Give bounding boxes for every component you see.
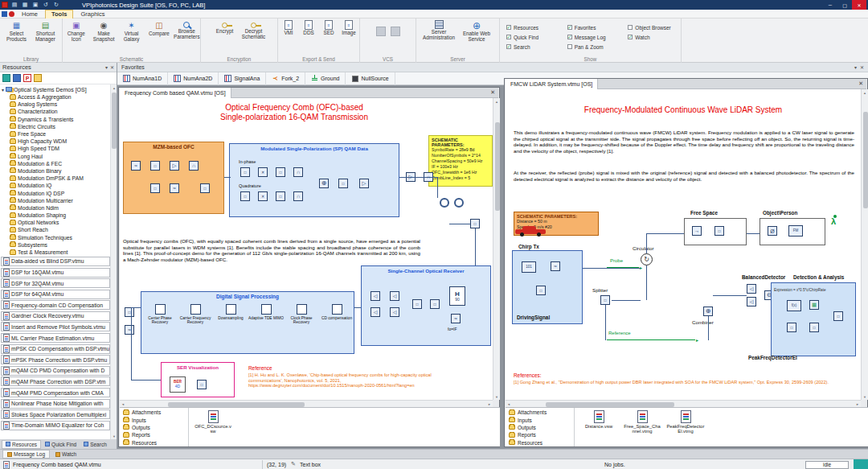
hybrid-90-icon[interactable]: H 90 [449,286,465,306]
tree-folder-item[interactable]: Modulation Multicarrier [0,197,111,204]
fiber-loop-icon[interactable] [440,198,449,208]
close-document-icon[interactable]: ✕ [487,89,498,96]
document-tab[interactable]: Frequency Comb based QAM.vtmu [OS] [120,88,231,98]
show-toggle[interactable]: Search [506,42,558,51]
dsp-block[interactable]: Clock Phase Recovery [284,304,319,325]
menu-tab[interactable]: Tools [45,10,73,19]
tree-folder-item[interactable]: Electric Circuits [0,123,111,130]
tree-folder-item[interactable]: Short Reach [0,226,111,233]
tree-folder-item[interactable]: High Speed TDM [0,145,111,152]
bit-source-icon[interactable]: 101 [522,261,536,273]
photodiode-icon[interactable] [747,284,756,294]
component-icon[interactable] [276,167,285,177]
scroll-up-icon[interactable]: ▲ [862,89,868,96]
tree-folder-item[interactable]: Test & Measurement [0,249,111,256]
tree-file-item[interactable]: DSP for 16QAM.vtmu [0,267,111,278]
component-icon[interactable] [197,380,207,389]
tree-folder-item[interactable]: Modulation IQ [0,182,111,189]
favorite-item[interactable]: NumAna2D [168,72,219,85]
component-icon[interactable] [258,191,268,201]
photodiode-icon[interactable] [390,307,399,317]
component-icon[interactable] [125,325,134,335]
open-icon[interactable]: ▦ [21,1,29,9]
close-icon[interactable]: ✕ [110,64,114,70]
component-icon[interactable] [226,304,236,315]
show-toggle[interactable]: Watch [628,32,679,42]
attachment-folder[interactable]: Resources [506,439,574,446]
scrollbar-thumb[interactable] [863,112,868,208]
menu-tab[interactable]: Home [16,10,43,19]
fiber-loop-icon[interactable] [454,198,464,208]
attachment-folder[interactable]: Reports [120,431,188,438]
ribbon-button[interactable]: Change Icon [63,20,89,43]
quick-launch-icon[interactable] [9,11,14,17]
ribbon-button[interactable]: Compare [145,20,172,43]
close-document-icon[interactable]: ✕ [855,80,866,87]
component-icon[interactable] [692,226,702,236]
scrollbar-thumb[interactable] [546,402,674,407]
favorite-item[interactable]: Ground [305,72,346,85]
ribbon-button[interactable]: Server Administration [420,20,457,43]
combiner-icon[interactable] [703,306,713,316]
ribbon-button[interactable]: Encrypt [211,20,239,40]
schematic-canvas-right[interactable]: Frequency-Modulated Continuous Wave LiDA… [506,89,861,400]
component-icon[interactable] [332,304,342,315]
component-icon[interactable] [125,307,134,317]
component-icon[interactable] [359,179,369,188]
sidebar-bottom-tab[interactable]: Resources [2,440,41,449]
horizontal-scrollbar[interactable]: ◄ ► [506,400,861,407]
component-icon[interactable] [430,299,440,309]
modules-icon[interactable] [2,74,10,82]
spectrum-analyzer-icon[interactable] [809,300,819,310]
tree-folder-item[interactable]: Long Haul [0,153,111,160]
ribbon-button[interactable]: DDS [299,20,318,36]
attachment-file[interactable]: Free_Space_Channel.vtmg [623,410,661,434]
dsp-block[interactable]: CD compensation [319,304,354,325]
tree-folder-item[interactable]: Characterization [0,108,111,115]
function-icon[interactable]: f(x) [787,300,801,311]
tree-folder-item[interactable]: Modulation Shaping [0,212,111,219]
favorite-item[interactable]: NumAna1D [117,72,168,85]
component-icon[interactable] [150,183,160,193]
attachment-folder[interactable]: Resources [120,439,188,446]
ribbon-button[interactable]: Select Products [2,20,31,43]
tree-folder-item[interactable]: Subsystems [0,241,111,249]
minimize-button[interactable]: ─ [823,0,837,10]
tree-folder-item[interactable]: Modulation IQ DSP [0,189,111,196]
tree-file-item[interactable]: Time-Domain MIMO Equalizer for Coh [0,420,111,431]
component-icon[interactable] [536,286,546,295]
component-icon[interactable] [470,219,480,228]
show-toggle[interactable]: Favorites [567,23,619,32]
chevron-down-icon[interactable]: ▾ [105,64,108,70]
ribbon-button[interactable]: Virtual Galaxy [118,20,145,43]
component-icon[interactable] [200,183,210,193]
products-icon[interactable]: P [23,74,31,82]
tree-file-item[interactable]: Gardner Clock Recovery.vtmu [0,311,111,322]
component-icon[interactable] [170,183,179,193]
tree-root-item[interactable]: ▾ Optical Systems Demos [OS] [0,85,111,93]
sidebar-scrollbar[interactable]: ▲ ▼ [110,84,117,439]
tree-folder-item[interactable]: High Capacity WDM [0,138,111,145]
ribbon-button[interactable]: Image [339,20,358,36]
show-toggle[interactable]: Pan & Zoom [567,42,619,51]
show-toggle[interactable]: Message Log [567,32,619,42]
tree-file-item[interactable]: mQAM CD PMD Compensation with D [0,365,111,376]
component-icon[interactable] [293,191,303,201]
ribbon-button[interactable]: Make Snapshot [90,20,117,43]
attachment-file[interactable]: PeakFreqDetectorEl.vtmg [666,410,705,434]
close-icon[interactable]: ✕ [860,64,864,70]
tree-file-item[interactable]: mQAM PMD Compensation with CMA [0,387,111,398]
vertical-scrollbar[interactable]: ▲ ▼ [861,89,868,400]
component-icon[interactable] [190,304,201,315]
ribbon-button[interactable]: Decrypt Schematic [240,20,268,40]
component-icon[interactable] [714,226,724,236]
photodiode-icon[interactable] [371,291,380,301]
component-icon[interactable] [297,304,307,315]
attachment-folder[interactable]: Attachments [120,409,188,416]
component-icon[interactable] [787,323,796,332]
ribbon-button[interactable]: SED [319,20,338,36]
close-button[interactable]: ✕ [852,0,866,10]
ribbon-button[interactable]: Enable Web Service [458,20,495,43]
photodiode-icon[interactable] [747,297,756,306]
component-icon[interactable] [150,161,160,171]
